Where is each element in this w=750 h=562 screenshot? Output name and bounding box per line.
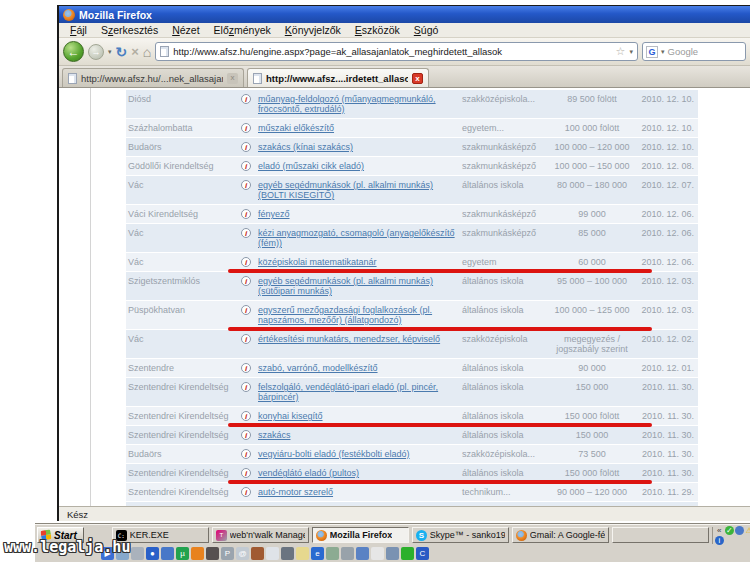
menu-item[interactable]: Nézet <box>165 24 206 36</box>
search-engine-dropdown-icon[interactable]: ▾ <box>661 48 665 56</box>
quick-launch-blue-window-icon[interactable] <box>356 547 369 560</box>
tray-expand-chevron[interactable]: « <box>715 526 724 535</box>
job-title-link[interactable]: szabó, varrónő, modellkészítő <box>258 363 378 373</box>
google-engine-icon[interactable]: G <box>646 46 658 58</box>
search-box[interactable]: G ▾ Google <box>642 42 746 61</box>
quick-launch-firefox-icon[interactable] <box>191 547 204 560</box>
forward-button[interactable]: → <box>88 44 104 60</box>
job-title-link[interactable]: egyéb segédmunkások (pl. alkalmi munkás)… <box>258 180 433 200</box>
menu-item[interactable]: Előzmények <box>207 24 278 36</box>
firefox-icon <box>516 530 527 541</box>
tab-meghirdetett-allasok[interactable]: http://www.afsz....irdetett_allasok x <box>247 68 429 87</box>
quick-launch-green-window-icon[interactable] <box>326 547 339 560</box>
tray-info-icon[interactable]: i <box>715 536 724 545</box>
info-icon[interactable]: i <box>241 228 251 238</box>
history-dropdown-icon[interactable]: ▾ <box>108 48 112 56</box>
quick-launch-notes-icon[interactable] <box>131 547 144 560</box>
tab-close-icon[interactable]: x <box>412 73 423 84</box>
menu-item[interactable]: Súgó <box>407 24 446 36</box>
menu-item[interactable]: Könyvjelzők <box>278 24 348 36</box>
taskbar-button[interactable]: SSkype™ - sanko1976 <box>412 527 509 543</box>
job-title-cell: értékesítési munkatárs, menedzser, képvi… <box>256 330 460 358</box>
info-icon[interactable]: i <box>241 276 251 286</box>
job-title-link[interactable]: vegyiáru-bolti eladó (festékbolti eladó) <box>258 449 410 459</box>
quick-launch-documents-icon[interactable] <box>266 547 279 560</box>
reload-button[interactable]: ↻ <box>116 45 128 59</box>
url-text[interactable]: http://www.afsz.hu/engine.aspx?page=ak_a… <box>173 46 611 57</box>
quick-launch-doc-icon[interactable] <box>296 547 309 560</box>
quick-launch-mail-icon[interactable]: @ <box>236 547 249 560</box>
info-icon[interactable]: i <box>241 161 251 171</box>
bookmark-star-icon[interactable]: ☆ <box>616 45 626 58</box>
job-salary: 95 000 – 100 000 <box>548 272 636 300</box>
info-icon[interactable]: i <box>241 468 251 478</box>
job-title-link[interactable]: értékesítési munkatárs, menedzser, képvi… <box>258 334 440 344</box>
quick-launch-page-icon[interactable] <box>371 547 384 560</box>
info-icon[interactable]: i <box>241 257 251 267</box>
info-icon[interactable]: i <box>241 382 251 392</box>
tab-allasajanlatok[interactable]: http://www.afsz.hu/...nek_allasajanlatok… <box>62 68 244 87</box>
quick-launch-ie-icon[interactable]: e <box>311 547 324 560</box>
quick-launch-c-ring-icon[interactable]: C <box>416 547 429 560</box>
job-title-link[interactable]: szakács (kínai szakács) <box>258 142 353 152</box>
quick-launch-player-icon[interactable]: ● <box>146 547 159 560</box>
url-bar[interactable]: http://www.afsz.hu/engine.aspx?page=ak_a… <box>155 42 638 61</box>
info-icon[interactable]: i <box>241 94 251 104</box>
info-icon[interactable]: i <box>241 123 251 133</box>
quick-launch-printer-icon[interactable]: P <box>221 547 234 560</box>
job-education: általános iskola <box>460 426 548 444</box>
job-title-link[interactable]: vendéglátó eladó (pultos) <box>258 468 359 478</box>
job-date: 2010. 11. 30. <box>636 378 698 406</box>
tray-warning-icon[interactable]: ⚠ <box>745 526 750 535</box>
info-icon[interactable]: i <box>241 487 251 497</box>
info-icon[interactable]: i <box>241 411 251 421</box>
quick-launch-gray-app-icon[interactable] <box>341 547 354 560</box>
info-icon[interactable]: i <box>241 180 251 190</box>
taskbar-button[interactable]: Mozilla Firefox <box>312 527 409 543</box>
stop-button[interactable]: × <box>131 44 139 59</box>
info-icon[interactable]: i <box>241 430 251 440</box>
job-title-link[interactable]: kézi anyagmozgató, csomagoló (anyagelőké… <box>258 228 455 248</box>
tab-label[interactable]: http://www.afsz.hu/...nek_allasajanlatok <box>81 73 223 84</box>
job-title-link[interactable]: eladó (műszaki cikk eladó) <box>258 161 364 171</box>
back-button[interactable]: ← <box>63 41 84 62</box>
menu-item[interactable]: Szerkesztés <box>94 24 165 36</box>
job-title-link[interactable]: autó-motor szerelő <box>258 487 333 497</box>
quick-launch-brown-app-icon[interactable] <box>251 547 264 560</box>
job-title-link[interactable]: műszaki előkészítő <box>258 123 334 133</box>
job-title-link[interactable]: egyéb segédmunkások (pl. alkalmi munkás)… <box>258 276 433 296</box>
menu-item[interactable]: Eszközök <box>348 24 407 36</box>
url-dropdown-icon[interactable]: ▾ <box>629 48 633 56</box>
job-title-link[interactable]: fényező <box>258 209 290 219</box>
taskbar-button[interactable]: Gmail: A Google-féle ... <box>512 527 609 543</box>
info-icon[interactable]: i <box>241 142 251 152</box>
job-title-link[interactable]: szakács <box>258 430 291 440</box>
info-icon[interactable]: i <box>241 305 251 315</box>
job-title-link[interactable]: középiskolai matematikatanár <box>258 257 377 267</box>
quick-launch-notepad-icon[interactable] <box>281 547 294 560</box>
info-icon[interactable]: i <box>241 209 251 219</box>
job-title-link[interactable]: felszolgáló, vendéglátó-ipari eladó (pl.… <box>258 382 438 402</box>
job-title-link[interactable]: egyszerű mezőgazdasági foglalkozások (pl… <box>258 305 432 325</box>
tray-display-icon[interactable] <box>735 526 744 535</box>
taskbar-button[interactable]: Tweb'n'walk Manager <box>212 527 309 543</box>
quick-launch-puzzle-icon[interactable] <box>386 547 399 560</box>
quick-launch-save-icon[interactable] <box>161 547 174 560</box>
page-favicon-icon <box>160 46 169 57</box>
quick-launch-mu-icon[interactable]: µ <box>176 547 189 560</box>
quick-launch-dark-app-icon[interactable] <box>206 547 219 560</box>
quick-launch-green-ball-icon[interactable] <box>401 547 414 560</box>
tab-close-icon[interactable]: x <box>227 73 238 84</box>
search-placeholder[interactable]: Google <box>668 46 699 57</box>
info-icon[interactable]: i <box>241 363 251 373</box>
info-icon[interactable]: i <box>241 449 251 459</box>
job-title-link[interactable]: műanyag-feldolgozó (műanyagmegmunkáló, f… <box>258 94 436 114</box>
home-button[interactable]: ⌂ <box>143 44 151 60</box>
job-salary: 150 000 <box>548 426 636 444</box>
menu-item[interactable]: Fájl <box>63 24 94 36</box>
job-title-link[interactable]: konyhai kisegítő <box>258 411 323 421</box>
tray-ok-icon[interactable]: ✓ <box>725 526 734 535</box>
info-icon[interactable]: i <box>241 334 251 344</box>
taskbar-button[interactable] <box>612 527 709 543</box>
tab-label[interactable]: http://www.afsz....irdetett_allasok <box>266 73 408 84</box>
